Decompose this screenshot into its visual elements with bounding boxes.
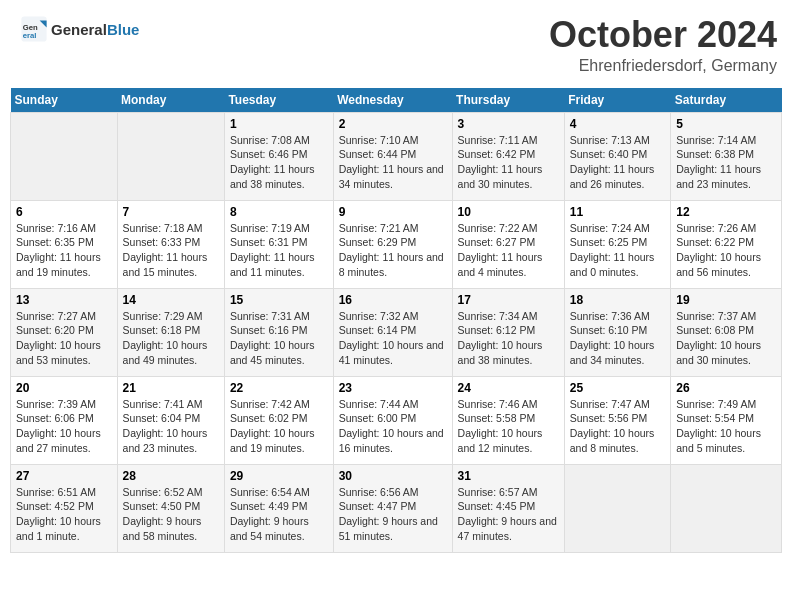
day-number: 9 bbox=[339, 205, 447, 219]
day-number: 29 bbox=[230, 469, 328, 483]
day-number: 31 bbox=[458, 469, 559, 483]
calendar-cell: 11Sunrise: 7:24 AM Sunset: 6:25 PM Dayli… bbox=[564, 200, 671, 288]
svg-text:eral: eral bbox=[23, 31, 37, 40]
calendar-week-2: 6Sunrise: 7:16 AM Sunset: 6:35 PM Daylig… bbox=[11, 200, 782, 288]
cell-text: Sunrise: 6:52 AM Sunset: 4:50 PM Dayligh… bbox=[123, 485, 219, 544]
calendar-cell: 12Sunrise: 7:26 AM Sunset: 6:22 PM Dayli… bbox=[671, 200, 782, 288]
cell-text: Sunrise: 7:44 AM Sunset: 6:00 PM Dayligh… bbox=[339, 397, 447, 456]
day-number: 30 bbox=[339, 469, 447, 483]
weekday-header-tuesday: Tuesday bbox=[224, 88, 333, 113]
calendar-week-1: 1Sunrise: 7:08 AM Sunset: 6:46 PM Daylig… bbox=[11, 112, 782, 200]
calendar-cell bbox=[564, 464, 671, 552]
logo: Gen eral GeneralBlue bbox=[20, 15, 139, 43]
calendar-cell: 27Sunrise: 6:51 AM Sunset: 4:52 PM Dayli… bbox=[11, 464, 118, 552]
calendar-cell: 17Sunrise: 7:34 AM Sunset: 6:12 PM Dayli… bbox=[452, 288, 564, 376]
cell-text: Sunrise: 7:49 AM Sunset: 5:54 PM Dayligh… bbox=[676, 397, 776, 456]
day-number: 22 bbox=[230, 381, 328, 395]
logo-icon: Gen eral bbox=[20, 15, 48, 43]
day-number: 6 bbox=[16, 205, 112, 219]
month-title: October 2024 bbox=[549, 15, 777, 55]
calendar-table: SundayMondayTuesdayWednesdayThursdayFrid… bbox=[10, 88, 782, 553]
cell-text: Sunrise: 7:39 AM Sunset: 6:06 PM Dayligh… bbox=[16, 397, 112, 456]
weekday-header-friday: Friday bbox=[564, 88, 671, 113]
cell-text: Sunrise: 7:24 AM Sunset: 6:25 PM Dayligh… bbox=[570, 221, 666, 280]
cell-text: Sunrise: 7:41 AM Sunset: 6:04 PM Dayligh… bbox=[123, 397, 219, 456]
calendar-cell: 23Sunrise: 7:44 AM Sunset: 6:00 PM Dayli… bbox=[333, 376, 452, 464]
cell-text: Sunrise: 7:18 AM Sunset: 6:33 PM Dayligh… bbox=[123, 221, 219, 280]
cell-text: Sunrise: 7:21 AM Sunset: 6:29 PM Dayligh… bbox=[339, 221, 447, 280]
cell-text: Sunrise: 7:47 AM Sunset: 5:56 PM Dayligh… bbox=[570, 397, 666, 456]
calendar-cell: 26Sunrise: 7:49 AM Sunset: 5:54 PM Dayli… bbox=[671, 376, 782, 464]
calendar-cell: 28Sunrise: 6:52 AM Sunset: 4:50 PM Dayli… bbox=[117, 464, 224, 552]
calendar-cell: 18Sunrise: 7:36 AM Sunset: 6:10 PM Dayli… bbox=[564, 288, 671, 376]
calendar-cell: 4Sunrise: 7:13 AM Sunset: 6:40 PM Daylig… bbox=[564, 112, 671, 200]
cell-text: Sunrise: 7:37 AM Sunset: 6:08 PM Dayligh… bbox=[676, 309, 776, 368]
cell-text: Sunrise: 7:32 AM Sunset: 6:14 PM Dayligh… bbox=[339, 309, 447, 368]
calendar-cell: 3Sunrise: 7:11 AM Sunset: 6:42 PM Daylig… bbox=[452, 112, 564, 200]
day-number: 12 bbox=[676, 205, 776, 219]
weekday-header-wednesday: Wednesday bbox=[333, 88, 452, 113]
cell-text: Sunrise: 7:27 AM Sunset: 6:20 PM Dayligh… bbox=[16, 309, 112, 368]
day-number: 1 bbox=[230, 117, 328, 131]
day-number: 15 bbox=[230, 293, 328, 307]
day-number: 4 bbox=[570, 117, 666, 131]
day-number: 19 bbox=[676, 293, 776, 307]
calendar-cell: 9Sunrise: 7:21 AM Sunset: 6:29 PM Daylig… bbox=[333, 200, 452, 288]
calendar-cell: 7Sunrise: 7:18 AM Sunset: 6:33 PM Daylig… bbox=[117, 200, 224, 288]
day-number: 3 bbox=[458, 117, 559, 131]
day-number: 5 bbox=[676, 117, 776, 131]
weekday-header-monday: Monday bbox=[117, 88, 224, 113]
calendar-cell: 15Sunrise: 7:31 AM Sunset: 6:16 PM Dayli… bbox=[224, 288, 333, 376]
day-number: 27 bbox=[16, 469, 112, 483]
day-number: 17 bbox=[458, 293, 559, 307]
calendar-cell: 14Sunrise: 7:29 AM Sunset: 6:18 PM Dayli… bbox=[117, 288, 224, 376]
cell-text: Sunrise: 7:26 AM Sunset: 6:22 PM Dayligh… bbox=[676, 221, 776, 280]
day-number: 14 bbox=[123, 293, 219, 307]
weekday-header-saturday: Saturday bbox=[671, 88, 782, 113]
day-number: 20 bbox=[16, 381, 112, 395]
day-number: 16 bbox=[339, 293, 447, 307]
calendar-cell: 21Sunrise: 7:41 AM Sunset: 6:04 PM Dayli… bbox=[117, 376, 224, 464]
cell-text: Sunrise: 7:16 AM Sunset: 6:35 PM Dayligh… bbox=[16, 221, 112, 280]
weekday-header-row: SundayMondayTuesdayWednesdayThursdayFrid… bbox=[11, 88, 782, 113]
calendar-cell: 16Sunrise: 7:32 AM Sunset: 6:14 PM Dayli… bbox=[333, 288, 452, 376]
calendar-cell bbox=[117, 112, 224, 200]
day-number: 24 bbox=[458, 381, 559, 395]
calendar-cell: 22Sunrise: 7:42 AM Sunset: 6:02 PM Dayli… bbox=[224, 376, 333, 464]
cell-text: Sunrise: 6:56 AM Sunset: 4:47 PM Dayligh… bbox=[339, 485, 447, 544]
title-area: October 2024 Ehrenfriedersdorf, Germany bbox=[549, 15, 777, 75]
calendar-cell: 8Sunrise: 7:19 AM Sunset: 6:31 PM Daylig… bbox=[224, 200, 333, 288]
cell-text: Sunrise: 6:51 AM Sunset: 4:52 PM Dayligh… bbox=[16, 485, 112, 544]
calendar-week-5: 27Sunrise: 6:51 AM Sunset: 4:52 PM Dayli… bbox=[11, 464, 782, 552]
calendar-cell: 20Sunrise: 7:39 AM Sunset: 6:06 PM Dayli… bbox=[11, 376, 118, 464]
page-header: Gen eral GeneralBlue October 2024 Ehrenf… bbox=[10, 10, 782, 80]
calendar-cell bbox=[671, 464, 782, 552]
cell-text: Sunrise: 7:08 AM Sunset: 6:46 PM Dayligh… bbox=[230, 133, 328, 192]
cell-text: Sunrise: 7:19 AM Sunset: 6:31 PM Dayligh… bbox=[230, 221, 328, 280]
calendar-cell: 10Sunrise: 7:22 AM Sunset: 6:27 PM Dayli… bbox=[452, 200, 564, 288]
calendar-cell: 6Sunrise: 7:16 AM Sunset: 6:35 PM Daylig… bbox=[11, 200, 118, 288]
day-number: 18 bbox=[570, 293, 666, 307]
weekday-header-thursday: Thursday bbox=[452, 88, 564, 113]
calendar-cell: 31Sunrise: 6:57 AM Sunset: 4:45 PM Dayli… bbox=[452, 464, 564, 552]
day-number: 13 bbox=[16, 293, 112, 307]
cell-text: Sunrise: 7:10 AM Sunset: 6:44 PM Dayligh… bbox=[339, 133, 447, 192]
day-number: 11 bbox=[570, 205, 666, 219]
calendar-cell: 19Sunrise: 7:37 AM Sunset: 6:08 PM Dayli… bbox=[671, 288, 782, 376]
cell-text: Sunrise: 7:22 AM Sunset: 6:27 PM Dayligh… bbox=[458, 221, 559, 280]
calendar-cell: 1Sunrise: 7:08 AM Sunset: 6:46 PM Daylig… bbox=[224, 112, 333, 200]
cell-text: Sunrise: 7:13 AM Sunset: 6:40 PM Dayligh… bbox=[570, 133, 666, 192]
cell-text: Sunrise: 7:34 AM Sunset: 6:12 PM Dayligh… bbox=[458, 309, 559, 368]
logo-general-text: GeneralBlue bbox=[51, 19, 139, 40]
cell-text: Sunrise: 7:31 AM Sunset: 6:16 PM Dayligh… bbox=[230, 309, 328, 368]
calendar-cell: 29Sunrise: 6:54 AM Sunset: 4:49 PM Dayli… bbox=[224, 464, 333, 552]
calendar-cell: 30Sunrise: 6:56 AM Sunset: 4:47 PM Dayli… bbox=[333, 464, 452, 552]
day-number: 7 bbox=[123, 205, 219, 219]
cell-text: Sunrise: 7:36 AM Sunset: 6:10 PM Dayligh… bbox=[570, 309, 666, 368]
calendar-cell: 13Sunrise: 7:27 AM Sunset: 6:20 PM Dayli… bbox=[11, 288, 118, 376]
day-number: 26 bbox=[676, 381, 776, 395]
calendar-cell: 2Sunrise: 7:10 AM Sunset: 6:44 PM Daylig… bbox=[333, 112, 452, 200]
day-number: 28 bbox=[123, 469, 219, 483]
calendar-cell: 25Sunrise: 7:47 AM Sunset: 5:56 PM Dayli… bbox=[564, 376, 671, 464]
weekday-header-sunday: Sunday bbox=[11, 88, 118, 113]
